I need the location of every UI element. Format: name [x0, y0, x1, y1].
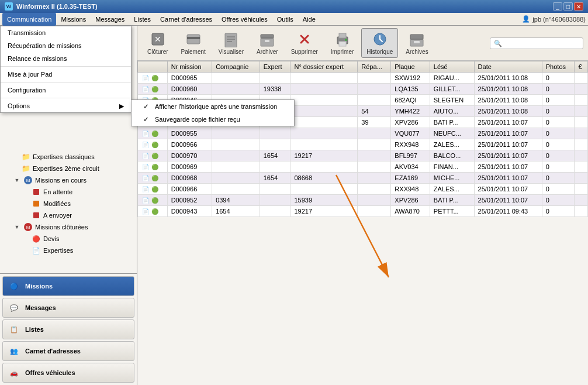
cell-expert — [260, 161, 290, 173]
btn-archives[interactable]: Archives — [400, 28, 433, 58]
cell-date: 25/01/2011 10:07 — [474, 161, 542, 173]
cell-dossier — [290, 117, 358, 128]
menu-configuration[interactable]: Configuration — [1, 84, 131, 97]
menu-recuperation[interactable]: Récupération de missions — [1, 39, 131, 52]
cell-lese: ZALES... — [430, 139, 474, 150]
cell-lese: NEUFC... — [430, 128, 474, 139]
menu-transmission[interactable]: Transmission — [1, 26, 131, 39]
cell-photos: 0 — [542, 150, 575, 161]
submenu-historique[interactable]: ✓ Afficher l'historique après une transm… — [132, 100, 294, 113]
table-row[interactable]: 📄 🟢 D000969AKV034FINAN...25/01/2011 10:0… — [138, 161, 588, 173]
cell-dossier — [290, 106, 358, 117]
tree-label: Expertises classiques — [33, 153, 95, 160]
row-icons-cell: 📄 🟢 — [138, 173, 168, 184]
print-tool-icon — [334, 31, 351, 47]
content-area: ✕ Clôturer Paiement Visualiser — [137, 26, 588, 385]
col-plaque[interactable]: Plaque — [391, 61, 430, 73]
cell-date: 25/01/2011 10:07 — [474, 184, 542, 195]
person-icon: 🟢 — [151, 85, 159, 93]
col-nr[interactable]: Nr mission — [167, 61, 212, 73]
btn-cloturer[interactable]: ✕ Clôturer — [142, 28, 174, 58]
menu-listes[interactable]: Listes — [129, 13, 155, 26]
cell-photos: 0 — [542, 128, 575, 139]
nav-offres[interactable]: 🚗 Offres véhicules — [2, 363, 134, 383]
table-row[interactable]: 📄 🟢 D000970165419217BFL997BALCO...25/01/… — [138, 150, 588, 161]
btn-historique[interactable]: Historique — [361, 28, 398, 58]
tree-en-attente[interactable]: En attente — [2, 186, 134, 198]
nav-missions[interactable]: 🔵 Missions — [2, 276, 134, 296]
nav-listes[interactable]: 📋 Listes — [2, 319, 134, 339]
nav-carnet[interactable]: 👥 Carnet d'adresses — [2, 341, 134, 361]
menu-items: Communication Missions Messages Listes C… — [2, 13, 320, 26]
btn-archiver-label: Archiver — [257, 49, 278, 55]
cell-repa: 54 — [358, 106, 391, 117]
tree-devis[interactable]: 🔴 Devis — [2, 233, 134, 245]
cell-euro — [575, 161, 588, 173]
tree-modifiees[interactable]: Modifiées — [2, 198, 134, 209]
table-row[interactable]: 📄 🟢 D000952039415939XPV286BATI P...25/01… — [138, 195, 588, 206]
tree-expertises[interactable]: 📄 Expertises — [2, 245, 134, 256]
col-euro[interactable]: € — [575, 61, 588, 73]
cell-nr: D000955 — [167, 128, 212, 139]
col-date[interactable]: Date — [474, 61, 542, 73]
menu-options[interactable]: Options ▶ — [1, 99, 131, 112]
submenu-sauvegarde[interactable]: ✓ Sauvegarde copie fichier reçu — [132, 113, 294, 126]
tree-missions-cloturees[interactable]: ▼ M Missions clôturées — [2, 221, 134, 233]
menu-communication[interactable]: Communication — [2, 13, 56, 26]
cell-dossier — [290, 95, 358, 106]
maximize-button[interactable]: □ — [563, 2, 573, 11]
sidebar-tree: 📁 Expertises classiques 📁 Expertises 2èm… — [0, 149, 137, 273]
cell-nr: D000965 — [167, 73, 212, 84]
menu-aide[interactable]: Aide — [298, 13, 320, 26]
menu-missions[interactable]: Missions — [56, 13, 91, 26]
btn-visualiser[interactable]: Visualiser — [213, 28, 249, 58]
menu-offres[interactable]: Offres véhicules — [217, 13, 272, 26]
btn-imprimer[interactable]: Imprimer — [326, 28, 359, 58]
table-row[interactable]: 📄 🟢 D000965SXW192RIGAU...25/01/2011 10:0… — [138, 73, 588, 84]
table-row[interactable]: 📄 🟢 D000966RXX948ZALES...25/01/2011 10:0… — [138, 184, 588, 195]
menu-outils[interactable]: Outils — [272, 13, 298, 26]
close-button[interactable]: ✕ — [574, 2, 583, 11]
cell-compagnie — [212, 128, 260, 139]
menu-maj-pad[interactable]: Mise à jour Pad — [1, 68, 131, 81]
carnet-nav-icon: 👥 — [8, 345, 20, 358]
payment-tool-icon — [185, 31, 202, 47]
btn-supprimer[interactable]: Supprimer — [286, 28, 323, 58]
menu-divider-2 — [1, 82, 131, 82]
offres-nav-icon: 🚗 — [8, 366, 20, 379]
search-input[interactable] — [490, 37, 583, 49]
row-icons-cell: 📄 🟢 — [138, 84, 168, 95]
cell-lese: AIUTO... — [430, 106, 474, 117]
col-repa[interactable]: Répa... — [358, 61, 391, 73]
cell-plaque: YMH422 — [391, 106, 430, 117]
table-row[interactable]: 📄 🟢 D000943165419217AWA870PETTT...25/01/… — [138, 206, 588, 217]
table-row[interactable]: 📄 🟢 D000955VQU077NEUFC...25/01/2011 10:0… — [138, 128, 588, 139]
cell-dossier: 08668 — [290, 173, 358, 184]
table-row[interactable]: 📄 🟢 D000966RXX948ZALES...25/01/2011 10:0… — [138, 139, 588, 150]
btn-archiver[interactable]: Archiver — [251, 28, 283, 58]
tree-expertises-classiques[interactable]: 📁 Expertises classiques — [2, 151, 134, 163]
col-dossier[interactable]: N° dossier expert — [290, 61, 358, 73]
nav-messages[interactable]: 💬 Messages — [2, 298, 134, 318]
table-row[interactable]: 📄 🟢 D000968165408668EZA169MICHE...25/01/… — [138, 173, 588, 184]
menu-messages[interactable]: Messages — [91, 13, 129, 26]
tree-a-envoyer[interactable]: A envoyer — [2, 209, 134, 221]
cell-lese: FINAN... — [430, 161, 474, 173]
cell-date: 25/01/2011 10:07 — [474, 128, 542, 139]
tree-missions-cours[interactable]: ▼ M Missions en cours — [2, 174, 134, 186]
tree-expertises-2eme[interactable]: 📁 Expertises 2ème circuit — [2, 163, 134, 174]
minimize-button[interactable]: _ — [553, 2, 562, 11]
expand-icon-6 — [21, 235, 29, 243]
btn-paiement[interactable]: Paiement — [176, 28, 211, 58]
cell-expert — [260, 206, 290, 217]
cell-photos: 0 — [542, 117, 575, 128]
col-compagnie[interactable]: Compagnie — [212, 61, 260, 73]
table-row[interactable]: 📄 🟢 D00096019338LQA135GILLET...25/01/201… — [138, 84, 588, 95]
expand-icon-7 — [21, 246, 29, 255]
col-expert[interactable]: Expert — [260, 61, 290, 73]
col-photos[interactable]: Photos — [542, 61, 575, 73]
menu-relance[interactable]: Relance de missions — [1, 52, 131, 65]
col-lese[interactable]: Lésé — [430, 61, 474, 73]
window-controls[interactable]: _ □ ✕ — [553, 2, 583, 11]
menu-carnet[interactable]: Carnet d'adresses — [155, 13, 217, 26]
